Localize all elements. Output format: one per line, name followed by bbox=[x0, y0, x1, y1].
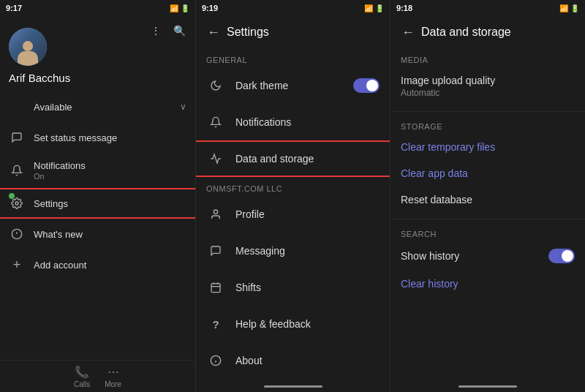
add-account-icon: + bbox=[9, 257, 25, 273]
settings-item-notifications[interactable]: Notifications bbox=[196, 104, 390, 140]
panel-data-storage: 9:18 📶 🔋 ← Data and storage Media Image … bbox=[390, 0, 585, 392]
general-section-label: General bbox=[196, 48, 390, 67]
avatar-body bbox=[18, 51, 38, 66]
status-icons-2: 📶 🔋 bbox=[364, 4, 384, 12]
battery-icon-2: 🔋 bbox=[375, 4, 384, 12]
nav-status-label: Set status message bbox=[34, 132, 117, 143]
shifts-icon bbox=[206, 278, 225, 297]
divider-storage-search bbox=[390, 219, 585, 219]
notifications-settings-label: Notifications bbox=[235, 116, 380, 128]
nav-available-label: Available bbox=[34, 102, 180, 113]
dark-theme-label: Dark theme bbox=[235, 80, 353, 91]
more-options-icon[interactable]: ⋮ bbox=[147, 22, 165, 39]
nav-settings-label: Settings bbox=[34, 198, 68, 209]
data-storage-header: ← Data and storage bbox=[390, 16, 585, 48]
nav-item-notifications[interactable]: Notifications On bbox=[0, 153, 195, 188]
settings-item-data-storage[interactable]: Data and storage bbox=[196, 140, 390, 177]
battery-icon-1: 🔋 bbox=[181, 4, 189, 12]
storage-section: Storage Clear temporary files Clear app … bbox=[390, 115, 585, 213]
calls-icon: 📞 bbox=[75, 365, 89, 379]
settings-icon bbox=[9, 195, 25, 211]
avatar-head bbox=[23, 41, 33, 51]
bottom-navigation: 📞 Calls ⋯ More bbox=[0, 360, 195, 392]
search-icon[interactable]: 🔍 bbox=[170, 22, 188, 39]
svg-rect-5 bbox=[211, 284, 220, 293]
status-bar-2: 9:19 📶 🔋 bbox=[196, 0, 390, 16]
help-icon: ? bbox=[206, 314, 225, 333]
more-icon: ⋯ bbox=[107, 365, 119, 379]
search-section-label: Search bbox=[390, 222, 585, 241]
divider-media-storage bbox=[390, 111, 585, 112]
media-section: Media Image upload quality Automatic bbox=[390, 48, 585, 105]
nav-item-settings[interactable]: Settings bbox=[0, 188, 195, 219]
signal-icon-2: 📶 bbox=[364, 4, 373, 12]
status-time-3: 9:18 bbox=[396, 4, 412, 12]
about-icon bbox=[206, 351, 225, 370]
show-history-toggle[interactable] bbox=[548, 249, 575, 263]
settings-highlight-box bbox=[0, 188, 196, 219]
settings-item-dark-theme[interactable]: Dark theme bbox=[196, 67, 390, 104]
image-upload-quality-item[interactable]: Image upload quality Automatic bbox=[390, 67, 585, 105]
settings-item-about[interactable]: About bbox=[196, 342, 390, 379]
nav-item-set-status[interactable]: Set status message bbox=[0, 122, 195, 153]
data-storage-title: Data and storage bbox=[421, 26, 511, 39]
onmsft-section-label: OnMSFT.com LLC bbox=[196, 177, 390, 196]
clear-temporary-files-link[interactable]: Clear temporary files bbox=[390, 134, 585, 160]
signal-icon-3: 📶 bbox=[559, 4, 568, 12]
nav-item-whats-new[interactable]: What's new bbox=[0, 219, 195, 249]
image-upload-sublabel: Automatic bbox=[401, 88, 575, 98]
profile-settings-icon bbox=[206, 205, 225, 224]
avatar-person bbox=[18, 39, 38, 66]
bottom-nav-more[interactable]: ⋯ More bbox=[105, 365, 121, 388]
settings-header: ← Settings bbox=[196, 16, 390, 48]
battery-icon-3: 🔋 bbox=[570, 4, 579, 12]
status-bar-3: 9:18 📶 🔋 bbox=[390, 0, 585, 16]
status-icons-3: 📶 🔋 bbox=[559, 4, 579, 12]
show-history-label: Show history bbox=[401, 250, 459, 262]
dark-theme-toggle[interactable] bbox=[353, 78, 380, 93]
header-icons: ⋮ 🔍 bbox=[147, 22, 188, 39]
about-label: About bbox=[235, 355, 380, 366]
storage-section-label: Storage bbox=[390, 115, 585, 134]
settings-item-profile[interactable]: Profile bbox=[196, 196, 390, 233]
messaging-label: Messaging bbox=[235, 245, 380, 257]
panel-settings: 9:19 📶 🔋 ← Settings General Dark theme N… bbox=[196, 0, 390, 392]
svg-point-0 bbox=[15, 202, 18, 205]
whats-new-icon bbox=[9, 226, 25, 242]
back-button-settings[interactable]: ← bbox=[203, 22, 224, 42]
settings-item-messaging[interactable]: Messaging bbox=[196, 233, 390, 269]
avatar[interactable] bbox=[9, 28, 47, 66]
panel-profile: 9:17 📶 🔋 Arif Bacchus ⋮ 🔍 Available bbox=[0, 0, 196, 392]
status-message-icon bbox=[9, 129, 25, 146]
nav-item-available[interactable]: Available ∨ bbox=[0, 91, 195, 122]
calls-label: Calls bbox=[74, 380, 90, 388]
help-label: Help & feedback bbox=[235, 318, 380, 330]
home-bar-2 bbox=[264, 385, 322, 388]
settings-item-shifts[interactable]: Shifts bbox=[196, 269, 390, 306]
nav-available-content: Available bbox=[34, 102, 180, 113]
chevron-down-icon: ∨ bbox=[180, 102, 186, 112]
data-storage-label: Data and storage bbox=[235, 153, 380, 165]
status-time-1: 9:17 bbox=[6, 4, 22, 12]
clear-app-data-link[interactable]: Clear app data bbox=[390, 160, 585, 186]
home-bar-3 bbox=[458, 385, 517, 388]
reset-database-item[interactable]: Reset database bbox=[390, 186, 585, 213]
nav-notifications-label: Notifications bbox=[34, 160, 186, 171]
settings-title: Settings bbox=[227, 26, 269, 39]
notification-settings-icon bbox=[206, 113, 225, 132]
status-bar-1: 9:17 📶 🔋 bbox=[0, 0, 195, 16]
nav-notifications-content: Notifications On bbox=[34, 160, 186, 181]
clear-history-link[interactable]: Clear history bbox=[390, 271, 585, 297]
shifts-label: Shifts bbox=[235, 282, 380, 293]
back-button-data-storage[interactable]: ← bbox=[398, 22, 418, 42]
media-section-label: Media bbox=[390, 48, 585, 67]
dark-theme-icon bbox=[206, 76, 225, 95]
status-icons-1: 📶 🔋 bbox=[170, 4, 189, 12]
show-history-row[interactable]: Show history bbox=[390, 241, 585, 271]
nav-add-account-label: Add account bbox=[34, 260, 86, 271]
nav-item-add-account[interactable]: + Add account bbox=[0, 249, 195, 280]
nav-notifications-sublabel: On bbox=[34, 172, 186, 181]
settings-item-help[interactable]: ? Help & feedback bbox=[196, 306, 390, 342]
signal-icon-1: 📶 bbox=[170, 4, 178, 12]
bottom-nav-calls[interactable]: 📞 Calls bbox=[74, 365, 90, 388]
